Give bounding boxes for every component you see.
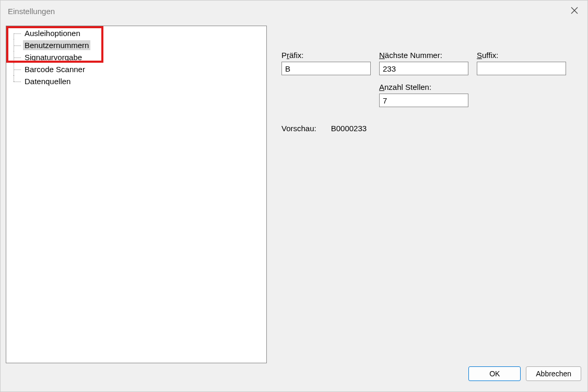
prefix-label: Präfix:: [281, 51, 371, 60]
prefix-group: Präfix:: [281, 51, 371, 75]
suffix-group: Suffix:: [477, 51, 566, 75]
next-number-input[interactable]: [379, 62, 468, 75]
settings-tree: Ausleihoptionen Benutzernummern Signatur…: [6, 26, 267, 363]
next-number-label: Nächste Nummer:: [379, 51, 468, 60]
next-number-group: Nächste Nummer:: [379, 51, 468, 75]
tree-item-benutzernummern[interactable]: Benutzernummern: [9, 39, 266, 51]
dialog-footer: OK Abbrechen: [1, 366, 587, 387]
tree-item-barcode-scanner[interactable]: Barcode Scanner: [9, 63, 266, 75]
content-area: Ausleihoptionen Benutzernummern Signatur…: [1, 21, 587, 366]
titlebar: Einstellungen: [1, 1, 587, 21]
preview-row: Vorschau: B0000233: [281, 124, 572, 133]
cancel-button[interactable]: Abbrechen: [526, 366, 581, 381]
preview-label: Vorschau:: [281, 124, 316, 133]
tree-item-label: Benutzernummern: [23, 40, 90, 50]
prefix-input[interactable]: [281, 62, 371, 75]
digits-label: Anzahl Stellen:: [379, 83, 468, 91]
digits-group: Anzahl Stellen:: [379, 83, 468, 107]
window-title: Einstellungen: [8, 7, 55, 16]
tree-item-datenquellen[interactable]: Datenquellen: [9, 75, 266, 87]
tree-list: Ausleihoptionen Benutzernummern Signatur…: [6, 26, 266, 87]
suffix-label: Suffix:: [477, 51, 566, 60]
form-panel: Präfix: Nächste Nummer: Suffix: Anzahl S…: [281, 26, 582, 366]
form-row-1: Präfix: Nächste Nummer: Suffix:: [281, 51, 572, 75]
tree-item-signaturvorgabe[interactable]: Signaturvorgabe: [9, 51, 266, 63]
tree-item-label: Barcode Scanner: [23, 64, 87, 74]
digits-input[interactable]: [379, 94, 468, 107]
ok-button[interactable]: OK: [468, 366, 521, 381]
tree-item-ausleihoptionen[interactable]: Ausleihoptionen: [9, 27, 266, 39]
tree-item-label: Signaturvorgabe: [23, 52, 84, 62]
preview-value: B0000233: [331, 124, 367, 133]
close-icon[interactable]: [569, 4, 580, 19]
suffix-input[interactable]: [477, 62, 566, 75]
form-row-2: Anzahl Stellen:: [281, 83, 572, 107]
tree-item-label: Ausleihoptionen: [23, 28, 82, 38]
tree-item-label: Datenquellen: [23, 76, 72, 86]
